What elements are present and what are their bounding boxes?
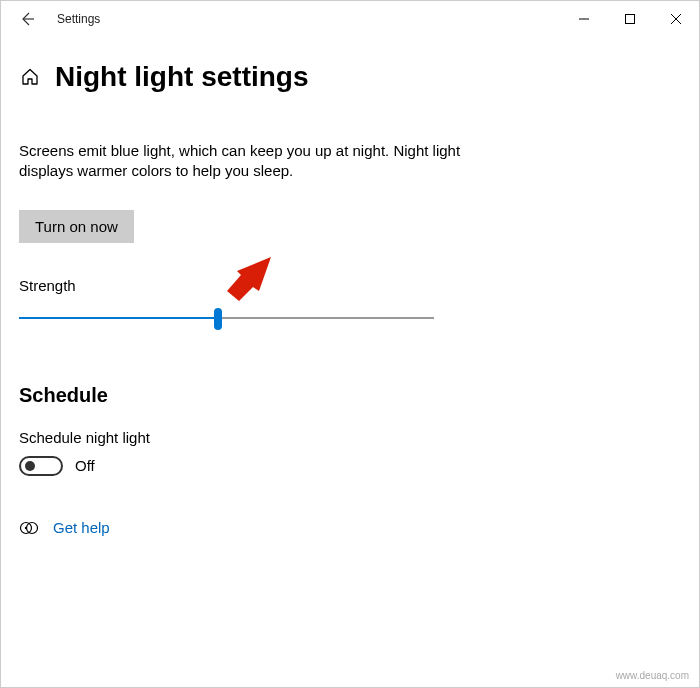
- strength-label: Strength: [19, 277, 679, 294]
- maximize-button[interactable]: [607, 1, 653, 37]
- schedule-toggle[interactable]: [19, 456, 63, 476]
- close-icon: [671, 14, 681, 24]
- minimize-icon: [579, 14, 589, 24]
- strength-slider[interactable]: [19, 306, 434, 330]
- toggle-knob: [25, 461, 35, 471]
- page-title: Night light settings: [55, 61, 309, 93]
- watermark: www.deuaq.com: [616, 670, 689, 681]
- window-title: Settings: [57, 12, 100, 26]
- schedule-heading: Schedule: [19, 384, 679, 407]
- page-description: Screens emit blue light, which can keep …: [19, 141, 479, 182]
- home-icon: [20, 67, 40, 87]
- maximize-icon: [625, 14, 635, 24]
- help-icon: [19, 518, 39, 538]
- svg-rect-2: [626, 15, 635, 24]
- minimize-button[interactable]: [561, 1, 607, 37]
- svg-point-7: [25, 526, 27, 528]
- back-arrow-icon: [19, 11, 35, 27]
- slider-fill: [19, 317, 218, 319]
- back-button[interactable]: [7, 1, 47, 37]
- slider-thumb[interactable]: [214, 308, 222, 330]
- close-button[interactable]: [653, 1, 699, 37]
- toggle-state-text: Off: [75, 457, 95, 474]
- get-help-link[interactable]: Get help: [53, 519, 110, 536]
- home-button[interactable]: [19, 66, 41, 88]
- schedule-toggle-label: Schedule night light: [19, 429, 679, 446]
- turn-on-button[interactable]: Turn on now: [19, 210, 134, 243]
